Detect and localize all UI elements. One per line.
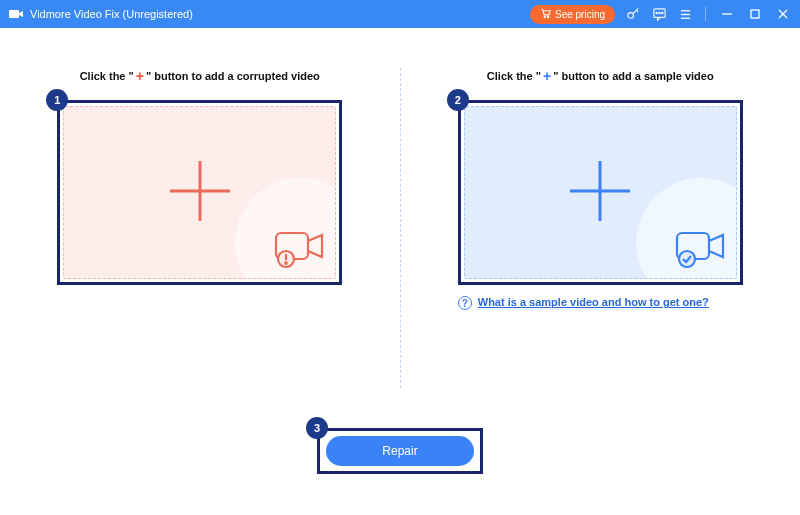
step-badge-2: 2 xyxy=(447,89,469,111)
sample-help-link[interactable]: What is a sample video and how to get on… xyxy=(478,295,709,309)
sample-instruction: Click the " + " button to add a sample v… xyxy=(487,68,714,84)
titlebar: Vidmore Video Fix (Unregistered) See pri… xyxy=(0,0,800,28)
svg-point-3 xyxy=(627,12,633,18)
minimize-button[interactable] xyxy=(718,5,736,23)
svg-point-2 xyxy=(548,16,549,17)
see-pricing-button[interactable]: See pricing xyxy=(530,5,615,24)
svg-point-1 xyxy=(544,16,545,17)
svg-rect-12 xyxy=(751,10,759,18)
svg-point-6 xyxy=(658,12,659,13)
sample-video-help: ? What is a sample video and how to get … xyxy=(458,295,743,310)
repair-button[interactable]: Repair xyxy=(326,436,474,466)
svg-point-24 xyxy=(679,251,695,267)
cart-icon xyxy=(540,8,551,21)
add-sample-dropzone[interactable] xyxy=(458,100,743,285)
app-title: Vidmore Video Fix (Unregistered) xyxy=(30,8,193,20)
svg-point-7 xyxy=(661,12,662,13)
corrupted-video-panel: Click the " + " button to add a corrupte… xyxy=(50,68,400,388)
camera-alert-icon xyxy=(272,227,330,273)
svg-point-20 xyxy=(285,262,287,264)
plus-inline-icon: + xyxy=(136,68,144,84)
plus-inline-icon: + xyxy=(543,68,551,84)
add-corrupted-dropzone[interactable] xyxy=(57,100,342,285)
plus-icon xyxy=(160,151,240,235)
key-icon[interactable] xyxy=(625,6,641,22)
pricing-label: See pricing xyxy=(555,9,605,20)
close-button[interactable] xyxy=(774,5,792,23)
corrupted-instruction: Click the " + " button to add a corrupte… xyxy=(80,68,320,84)
help-icon: ? xyxy=(458,296,472,310)
svg-rect-0 xyxy=(9,10,19,18)
main-content: Click the " + " button to add a corrupte… xyxy=(0,28,800,515)
feedback-icon[interactable] xyxy=(651,6,667,22)
app-logo-icon xyxy=(8,6,24,22)
maximize-button[interactable] xyxy=(746,5,764,23)
sample-video-panel: Click the " + " button to add a sample v… xyxy=(401,68,751,388)
camera-check-icon xyxy=(673,227,731,273)
menu-icon[interactable] xyxy=(677,6,693,22)
plus-icon xyxy=(560,151,640,235)
svg-point-5 xyxy=(656,12,657,13)
step-badge-3: 3 xyxy=(306,417,328,439)
